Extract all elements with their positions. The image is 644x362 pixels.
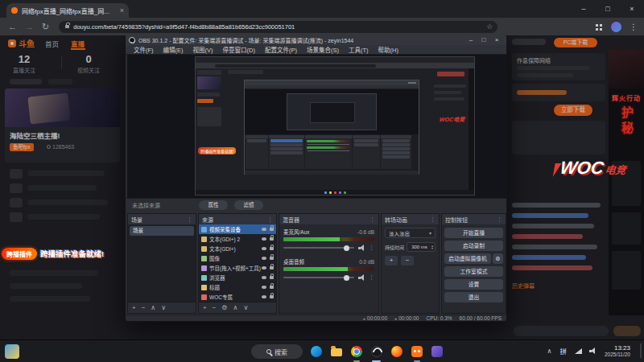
remove-scene-icon[interactable]: − xyxy=(142,302,146,314)
tab-close-icon[interactable]: × xyxy=(120,6,124,14)
speaker-icon[interactable] xyxy=(358,245,365,251)
visibility-icon[interactable] xyxy=(262,266,266,269)
sources-dock-header[interactable]: 来源 ⋮ xyxy=(199,214,276,224)
start-recording-button[interactable]: 启动录制 xyxy=(444,241,503,251)
forward-icon[interactable]: → xyxy=(25,22,34,31)
obs-maximize-button[interactable]: □ xyxy=(477,36,490,43)
studio-mode-button[interactable]: 工作室模式 xyxy=(444,266,503,277)
dock-menu-icon[interactable]: ⋮ xyxy=(267,216,273,223)
source-row[interactable]: 视频采集设备 xyxy=(199,224,276,234)
obs-title-bar[interactable]: OBS 30.1.2 - 配置文件: 采集端游直播调试 - 场景: 采集端游直播… xyxy=(126,35,506,45)
volume-icon[interactable] xyxy=(589,348,597,354)
browser-menu-icon[interactable]: ⋮ xyxy=(630,23,638,31)
volume-knob[interactable] xyxy=(344,245,349,251)
back-icon[interactable]: ← xyxy=(8,22,17,31)
source-row[interactable]: 浏览器 xyxy=(199,273,276,282)
reload-icon[interactable]: ↻ xyxy=(42,22,49,32)
taskbar-app-firefox[interactable] xyxy=(390,344,404,359)
taskbar-app-misc[interactable] xyxy=(430,344,444,359)
channel-menu-icon[interactable]: ⋮ xyxy=(369,274,374,281)
scene-down-icon[interactable]: ∨ xyxy=(161,302,166,314)
lock-icon[interactable] xyxy=(270,247,274,250)
obs-preview-area[interactable]: WOC电竞 跨播插件准备就绪! xyxy=(127,55,506,198)
visibility-icon[interactable] xyxy=(262,286,266,289)
taskbar-search[interactable]: 搜索 xyxy=(251,344,303,359)
source-row[interactable]: 文本(GDI+) xyxy=(199,244,276,253)
lock-icon[interactable] xyxy=(270,237,274,241)
source-up-icon[interactable]: ∧ xyxy=(233,302,238,314)
remove-transition-button[interactable]: − xyxy=(401,256,414,265)
menu-help[interactable]: 帮助(H) xyxy=(374,45,403,54)
network-icon[interactable] xyxy=(575,348,582,354)
controls-dock-header[interactable]: 控制按钮 ⋮ xyxy=(442,214,506,224)
virtual-camera-button[interactable]: 启动虚拟摄像机 xyxy=(444,253,491,264)
obs-close-button[interactable]: × xyxy=(490,36,503,43)
taskbar-app-douyu[interactable] xyxy=(410,344,424,359)
visibility-icon[interactable] xyxy=(262,295,266,298)
remove-source-icon[interactable]: − xyxy=(213,302,217,314)
lock-icon[interactable] xyxy=(270,276,274,279)
settings-button[interactable]: 设置 xyxy=(444,279,503,290)
window-minimize-button[interactable]: – xyxy=(572,0,596,18)
source-row[interactable]: 标题 xyxy=(199,282,276,292)
properties-button[interactable]: 属性 xyxy=(199,200,228,210)
menu-tools[interactable]: 工具(T) xyxy=(344,45,374,54)
scene-item[interactable]: 场景 xyxy=(130,226,194,236)
menu-edit[interactable]: 编辑(E) xyxy=(159,45,188,54)
lock-icon[interactable] xyxy=(270,295,274,298)
lock-icon[interactable] xyxy=(270,228,274,231)
source-row[interactable]: 图像 xyxy=(199,253,276,263)
lock-icon[interactable] xyxy=(270,257,274,260)
spin-down-icon[interactable]: ▾ xyxy=(431,247,433,250)
window-maximize-button[interactable]: □ xyxy=(596,0,620,18)
visibility-icon[interactable] xyxy=(262,237,266,241)
add-transition-button[interactable]: + xyxy=(385,256,398,265)
obs-window[interactable]: OBS 30.1.2 - 配置文件: 采集端游直播调试 - 场景: 采集端游直播… xyxy=(125,34,507,322)
duration-spinbox[interactable]: 300 ms ▴ ▾ xyxy=(407,242,436,252)
filters-button[interactable]: 滤镜 xyxy=(234,200,263,210)
menu-scene-collection[interactable]: 场景集合(S) xyxy=(302,45,344,54)
show-desktop-sliver[interactable] xyxy=(640,343,642,358)
speaker-icon[interactable] xyxy=(358,274,365,281)
add-scene-icon[interactable]: + xyxy=(132,302,136,314)
source-down-icon[interactable]: ∨ xyxy=(243,302,248,314)
exit-button[interactable]: 退出 xyxy=(444,292,503,302)
taskbar-clock[interactable]: 13:23 2025/11/20 xyxy=(605,344,630,358)
volume-slider[interactable] xyxy=(283,277,354,278)
taskbar-app-obs[interactable] xyxy=(369,344,384,359)
mixer-dock-header[interactable]: 混音器 ⋮ xyxy=(279,214,378,224)
start-streaming-button[interactable]: 开始直播 xyxy=(444,228,503,238)
tray-chevron-icon[interactable]: ∧ xyxy=(547,348,552,355)
source-row[interactable]: WOC专属 xyxy=(199,292,276,302)
visibility-icon[interactable] xyxy=(262,257,266,260)
lock-icon[interactable] xyxy=(270,286,274,289)
menu-profile[interactable]: 配置文件(P) xyxy=(260,45,302,54)
add-source-icon[interactable]: + xyxy=(203,302,207,314)
channel-menu-icon[interactable]: ⋮ xyxy=(369,245,374,251)
scene-up-icon[interactable]: ∧ xyxy=(151,302,155,314)
source-row[interactable]: 节目(拖入+视频+工具) xyxy=(199,263,276,273)
menu-view[interactable]: 视图(V) xyxy=(188,45,218,54)
dock-menu-icon[interactable]: ⋮ xyxy=(430,216,436,223)
bookmark-star-icon[interactable]: ☆ xyxy=(486,23,493,31)
widgets-icon[interactable] xyxy=(5,344,19,359)
visibility-icon[interactable] xyxy=(262,228,266,231)
scenes-dock-header[interactable]: 场景 ⋮ xyxy=(128,214,196,224)
obs-minimize-button[interactable]: – xyxy=(464,36,477,43)
taskbar-app-chrome[interactable] xyxy=(349,344,364,359)
profile-avatar[interactable] xyxy=(611,22,621,32)
address-bar[interactable]: douyu.com/beta/7459835?dyshid=a9f5d47-f4… xyxy=(59,21,497,33)
source-row[interactable]: 文本(GDI+) 2 xyxy=(199,234,276,244)
transitions-dock-header[interactable]: 转场动画 ⋮ xyxy=(382,214,439,224)
url-text[interactable]: douyu.com/beta/7459835?dyshid=a9f5d47-f4… xyxy=(73,23,482,31)
menu-docks[interactable]: 停靠窗口(D) xyxy=(218,45,260,54)
volume-slider[interactable] xyxy=(283,247,354,249)
extensions-icon[interactable] xyxy=(596,24,598,27)
taskbar-app-explorer[interactable] xyxy=(329,344,344,359)
visibility-icon[interactable] xyxy=(262,247,266,250)
lock-icon[interactable] xyxy=(270,266,274,269)
volume-knob[interactable] xyxy=(344,275,349,281)
ime-indicator[interactable]: 拼 xyxy=(559,346,567,356)
virtual-camera-config-icon[interactable]: ⚙ xyxy=(493,253,503,264)
window-close-button[interactable]: × xyxy=(620,0,644,18)
